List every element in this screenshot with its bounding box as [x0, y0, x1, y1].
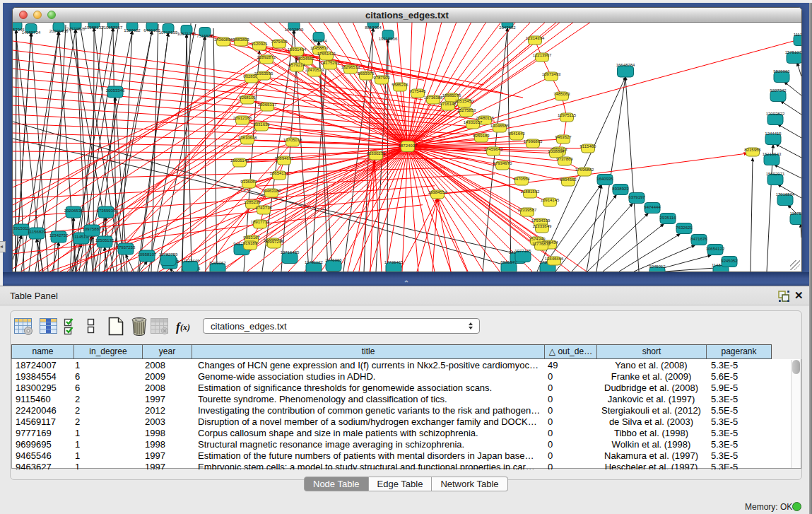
- svg-text:10914145: 10914145: [541, 198, 560, 202]
- svg-text:10671355: 10671355: [177, 32, 196, 36]
- svg-text:21881592: 21881592: [521, 189, 540, 194]
- svg-text:9245052: 9245052: [721, 259, 738, 263]
- svg-text:17934970: 17934970: [493, 161, 512, 165]
- svg-text:9883893: 9883893: [233, 37, 249, 42]
- svg-text:17934339: 17934339: [531, 218, 551, 223]
- svg-text:14360856: 14360856: [214, 37, 233, 42]
- svg-text:10782759: 10782759: [159, 252, 178, 257]
- svg-text:9787903: 9787903: [373, 76, 390, 80]
- svg-text:17957253: 17957253: [117, 245, 136, 250]
- svg-text:21333649: 21333649: [533, 224, 552, 228]
- svg-text:10653267: 10653267: [104, 25, 123, 30]
- svg-text:9227342: 9227342: [770, 88, 787, 93]
- svg-text:20894697: 20894697: [275, 156, 294, 160]
- svg-text:8034562: 8034562: [298, 57, 314, 61]
- svg-text:13705018: 13705018: [283, 138, 302, 142]
- svg-text:2776966: 2776966: [325, 258, 342, 262]
- svg-text:19463180: 19463180: [262, 189, 281, 193]
- svg-text:20997245: 20997245: [265, 240, 284, 244]
- svg-text:8269062: 8269062: [209, 261, 226, 265]
- svg-text:17651421: 17651421: [317, 52, 336, 56]
- svg-text:2935114: 2935114: [660, 216, 677, 220]
- svg-text:17696882: 17696882: [575, 168, 594, 172]
- svg-text:19736388: 19736388: [424, 95, 443, 100]
- svg-text:20912166: 20912166: [233, 116, 252, 120]
- svg-text:12323446: 12323446: [181, 259, 200, 263]
- svg-text:5585216: 5585216: [392, 83, 408, 87]
- svg-text:18654131: 18654131: [270, 171, 289, 175]
- svg-text:19218506: 19218506: [379, 37, 398, 41]
- svg-text:2047682: 2047682: [499, 25, 516, 30]
- svg-text:1977105: 1977105: [514, 249, 531, 253]
- svg-text:17996865: 17996865: [524, 139, 543, 144]
- svg-text:18917734: 18917734: [251, 220, 270, 224]
- svg-text:15751074: 15751074: [785, 50, 801, 54]
- svg-text:20053346: 20053346: [106, 88, 125, 93]
- svg-text:8813054: 8813054: [365, 25, 382, 30]
- svg-text:9336057: 9336057: [240, 180, 257, 184]
- svg-text:9529966: 9529966: [773, 69, 790, 74]
- svg-text:19931404: 19931404: [288, 47, 307, 52]
- svg-text:9245012: 9245012: [649, 264, 666, 269]
- svg-text:10975887: 10975887: [83, 227, 102, 231]
- svg-text:4579214: 4579214: [288, 63, 305, 67]
- svg-text:1167534: 1167534: [790, 211, 801, 216]
- svg-text:1117534: 1117534: [794, 33, 801, 37]
- svg-text:17016504: 17016504: [776, 192, 795, 197]
- svg-text:15300235: 15300235: [367, 151, 386, 156]
- svg-text:9737869: 9737869: [556, 157, 573, 161]
- svg-text:12314394: 12314394: [526, 36, 545, 40]
- svg-text:1244415: 1244415: [765, 132, 782, 136]
- svg-text:18985076: 18985076: [442, 93, 461, 98]
- svg-text:13716485: 13716485: [281, 250, 300, 255]
- svg-text:5541643: 5541643: [508, 132, 525, 136]
- svg-text:11781122: 11781122: [305, 260, 323, 264]
- svg-text:10654122: 10654122: [706, 247, 725, 251]
- svg-text:13046585: 13046585: [490, 124, 510, 128]
- svg-text:9474444: 9474444: [644, 205, 661, 209]
- svg-text:4743718: 4743718: [255, 206, 272, 210]
- svg-text:3031636: 3031636: [253, 122, 270, 127]
- svg-text:6268105: 6268105: [239, 95, 256, 100]
- svg-text:10973493: 10973493: [542, 72, 561, 76]
- svg-text:16033809: 16033809: [285, 28, 304, 32]
- svg-text:1285239: 1285239: [244, 200, 261, 204]
- svg-text:16210643: 16210643: [763, 152, 782, 156]
- svg-text:22374828: 22374828: [66, 27, 86, 31]
- svg-text:9853167: 9853167: [243, 235, 260, 240]
- svg-text:1527602: 1527602: [124, 28, 141, 33]
- svg-text:12093822: 12093822: [766, 112, 785, 116]
- svg-text:13810648: 13810648: [238, 136, 257, 140]
- svg-text:12505135: 12505135: [95, 238, 114, 243]
- svg-text:7357274: 7357274: [310, 39, 327, 43]
- svg-text:22892872: 22892872: [257, 55, 276, 59]
- svg-text:6379197: 6379197: [628, 195, 645, 199]
- svg-text:919189: 919189: [243, 241, 258, 245]
- svg-text:8585577: 8585577: [500, 260, 517, 264]
- svg-text:7979409: 7979409: [271, 40, 288, 44]
- svg-text:14055724: 14055724: [22, 30, 41, 35]
- svg-text:8471676: 8471676: [690, 237, 707, 241]
- svg-text:3120921: 3120921: [251, 42, 268, 46]
- svg-text:8938923: 8938923: [612, 187, 629, 191]
- svg-text:11458837: 11458837: [310, 46, 329, 50]
- svg-text:12213967: 12213967: [533, 53, 552, 57]
- svg-text:(x): (x): [180, 322, 190, 332]
- svg-text:9115460: 9115460: [580, 144, 597, 148]
- svg-text:15065337: 15065337: [258, 103, 277, 107]
- svg-text:6894562: 6894562: [560, 177, 577, 182]
- svg-text:18724007: 18724007: [399, 144, 418, 148]
- svg-text:7485063: 7485063: [553, 92, 570, 96]
- svg-text:7632621: 7632621: [676, 226, 693, 230]
- svg-text:20206536: 20206536: [64, 209, 83, 213]
- svg-text:22470529: 22470529: [305, 68, 324, 72]
- svg-text:16648784: 16648784: [616, 63, 635, 67]
- svg-text:11156829: 11156829: [28, 230, 46, 234]
- svg-text:9463627: 9463627: [555, 135, 572, 139]
- svg-text:22339587: 22339587: [518, 208, 537, 212]
- svg-text:19384554: 19384554: [428, 190, 447, 194]
- svg-text:14175203: 14175203: [321, 61, 340, 65]
- svg-text:15275853: 15275853: [457, 108, 476, 112]
- svg-text:19588132: 19588132: [85, 25, 104, 30]
- svg-text:1640935: 1640935: [596, 177, 613, 181]
